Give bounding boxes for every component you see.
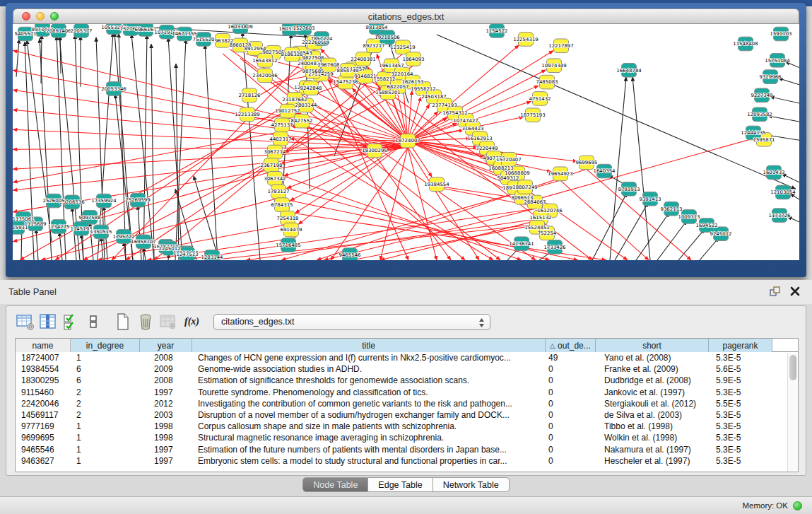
column-header-short[interactable]: short	[596, 339, 709, 352]
graph-edge[interactable]	[700, 238, 719, 260]
float-window-icon[interactable]	[769, 286, 781, 298]
table-cell[interactable]: 5.3E-5	[709, 387, 772, 398]
table-cell[interactable]: 5.3E-5	[709, 444, 772, 455]
graph-edge[interactable]	[408, 147, 437, 260]
table-cell[interactable]: 22420046	[16, 398, 71, 409]
graph-edge[interactable]	[770, 97, 799, 103]
graph-edge[interactable]	[657, 221, 687, 260]
table-cell[interactable]: 9463627	[16, 455, 71, 467]
table-row[interactable]: 1872400712008Changes of HCN gene express…	[16, 352, 798, 363]
table-cell[interactable]: 5.3E-5	[709, 455, 772, 467]
table-cell[interactable]: Changes of HCN gene expression and I(f) …	[192, 352, 546, 363]
function-builder-icon[interactable]: f(x)	[184, 316, 199, 327]
new-document-icon[interactable]	[114, 313, 132, 331]
table-cell[interactable]: 9115460	[16, 387, 71, 398]
column-header-title[interactable]: title	[192, 339, 546, 352]
table-cell[interactable]: 0	[546, 409, 596, 421]
table-cell[interactable]: 0	[546, 432, 596, 443]
tab-node-table[interactable]: Node Table	[302, 477, 368, 492]
graph-edge[interactable]	[20, 106, 295, 260]
table-row[interactable]: 1456911722003Disruption of a novel membe…	[16, 409, 798, 421]
table-cell[interactable]: 1998	[140, 421, 192, 432]
table-settings-icon[interactable]	[16, 313, 35, 331]
table-cell[interactable]: Stergiakouli et al. (2012)	[596, 398, 709, 409]
table-cell[interactable]: 1997	[140, 444, 192, 455]
graph-edge[interactable]	[101, 237, 103, 260]
vertical-scrollbar[interactable]	[787, 353, 798, 472]
table-row[interactable]: 946554611997Estimation of the future num…	[16, 444, 798, 455]
table-cell[interactable]: Estimation of the future numbers of pati…	[192, 444, 546, 455]
table-cell[interactable]: 6	[71, 375, 140, 386]
table-cell[interactable]: 2008	[140, 375, 192, 386]
table-cell[interactable]: 5.3E-5	[709, 432, 772, 443]
table-cell[interactable]: 2	[71, 387, 140, 398]
column-header-out_de[interactable]: △out_de...	[546, 339, 596, 352]
table-cell[interactable]: 49	[546, 352, 596, 363]
table-cell[interactable]: 0	[546, 455, 596, 467]
table-cell[interactable]: 5.9E-5	[709, 375, 772, 386]
table-cell[interactable]: Disruption of a novel member of a sodium…	[192, 409, 546, 421]
table-row[interactable]: 969969511998Structural magnetic resonanc…	[16, 432, 798, 443]
network-graph[interactable]: 1872400722226058180125432400483127514259…	[13, 24, 799, 260]
table-cell[interactable]: 0	[546, 444, 596, 455]
table-cell[interactable]: Genome-wide association studies in ADHD.	[192, 363, 546, 375]
table-cell[interactable]: de Silva et al. (2003)	[596, 409, 709, 421]
column-header-in_degree[interactable]: in_degree	[71, 339, 140, 352]
select-rows-icon[interactable]	[61, 313, 80, 331]
table-row[interactable]: 911546021997Tourette syndrome. Phenomeno…	[16, 387, 798, 398]
graph-edge[interactable]	[242, 32, 260, 260]
graph-edge[interactable]	[27, 40, 52, 241]
table-cell[interactable]: 0	[546, 387, 596, 398]
table-row[interactable]: 1830029562008Estimation of significance …	[16, 375, 798, 386]
table-cell[interactable]: Tourette syndrome. Phenomenology and cla…	[192, 387, 546, 398]
window-titlebar[interactable]: citations_edges.txt	[13, 8, 799, 24]
table-row[interactable]: 946362711997Embryonic stem cells: a mode…	[16, 455, 798, 467]
column-header-pagerank[interactable]: pagerank	[709, 339, 772, 352]
table-body[interactable]: 1872400712008Changes of HCN gene express…	[16, 352, 798, 467]
table-cell[interactable]: 1	[71, 432, 140, 443]
table-cell[interactable]: Hescheler et al. (1997)	[596, 455, 709, 467]
table-selector-dropdown[interactable]: citations_edges.txt	[213, 314, 490, 330]
delete-icon[interactable]	[136, 313, 155, 331]
column-chooser-icon[interactable]	[39, 313, 57, 331]
table-cell[interactable]: Nakamura et al. (1997)	[596, 444, 709, 455]
close-icon[interactable]	[789, 286, 801, 297]
table-cell[interactable]: 18724007	[16, 352, 71, 363]
graph-edge[interactable]	[13, 147, 408, 169]
table-cell[interactable]: Investigating the contribution of common…	[192, 398, 546, 409]
graph-edge[interactable]	[678, 229, 705, 260]
tab-edge-table[interactable]: Edge Table	[368, 477, 433, 492]
table-cell[interactable]: Estimation of significance thresholds fo…	[192, 375, 546, 386]
graph-edge[interactable]	[119, 33, 126, 260]
table-cell[interactable]: 2012	[140, 398, 192, 409]
table-row[interactable]: 2242004622012Investigating the contribut…	[16, 398, 798, 409]
column-header-name[interactable]: name	[16, 339, 71, 352]
table-cell[interactable]: 2	[71, 409, 140, 421]
table-cell[interactable]: 1	[71, 421, 140, 432]
table-cell[interactable]: 1998	[140, 432, 192, 443]
table-cell[interactable]: 18300295	[16, 375, 71, 386]
table-cell[interactable]: 1	[71, 352, 140, 363]
table-cell[interactable]: Franke et al. (2009)	[596, 363, 709, 375]
table-cell[interactable]: Yano et al. (2008)	[596, 352, 709, 363]
table-cell[interactable]: 9699695	[16, 432, 71, 443]
table-cell[interactable]: 2003	[140, 409, 192, 421]
table-cell[interactable]: 5.5E-5	[709, 398, 772, 409]
table-cell[interactable]: 0	[546, 375, 596, 386]
table-cell[interactable]: 1	[71, 455, 140, 467]
column-header-year[interactable]: year	[140, 339, 192, 352]
table-row[interactable]: 1938455462009Genome-wide association stu…	[16, 363, 798, 375]
table-cell[interactable]: 6	[71, 363, 140, 375]
table-cell[interactable]: Jankovic et al. (1997)	[596, 387, 709, 398]
table-cell[interactable]: 9777169	[16, 421, 71, 432]
table-row[interactable]: 977716911998Corpus callosum shape and si…	[16, 421, 798, 432]
table-cell[interactable]: 2	[71, 398, 140, 409]
graph-edge[interactable]	[13, 147, 408, 190]
table-cell[interactable]: 0	[546, 363, 596, 375]
table-cell[interactable]: 5.3E-5	[709, 409, 772, 421]
table-cell[interactable]: 9465546	[16, 444, 71, 455]
table-cell[interactable]: 14569117	[16, 409, 71, 421]
table-cell[interactable]: 1	[71, 444, 140, 455]
network-canvas[interactable]: 1872400722226058180125432400483127514259…	[13, 24, 799, 260]
table-cell[interactable]: 5.3E-5	[709, 421, 772, 432]
